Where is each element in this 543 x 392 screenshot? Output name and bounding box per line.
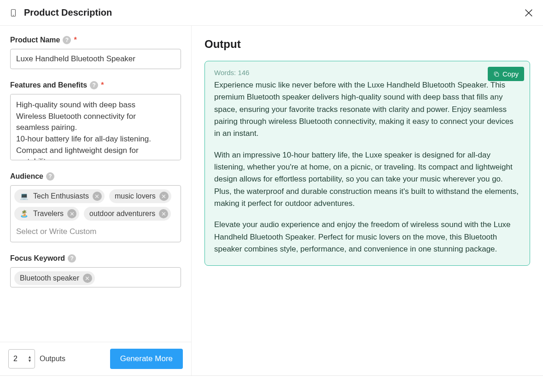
tag-emoji: 💻 bbox=[20, 192, 29, 200]
output-text: Experience music like never before with … bbox=[214, 79, 520, 255]
audience-tag: 🏝️ Travelers ✕ bbox=[14, 207, 79, 221]
remove-tag-icon[interactable]: ✕ bbox=[93, 192, 102, 201]
remove-tag-icon[interactable]: ✕ bbox=[83, 274, 92, 283]
product-description-modal: Product Description Product Name ? * Fea… bbox=[0, 0, 543, 376]
close-icon[interactable] bbox=[524, 8, 534, 18]
help-icon[interactable]: ? bbox=[63, 36, 71, 44]
product-name-input[interactable] bbox=[10, 49, 181, 69]
product-name-label-text: Product Name bbox=[10, 36, 60, 44]
audience-input-placeholder[interactable]: Select or Write Custom bbox=[14, 224, 177, 240]
spin-down-icon[interactable]: ▼ bbox=[28, 359, 32, 363]
features-textarea-wrap: High-quality sound with deep bass Wirele… bbox=[10, 94, 181, 160]
output-paragraph: Experience music like never before with … bbox=[214, 79, 520, 140]
focus-keyword-label-text: Focus Keyword bbox=[10, 254, 65, 263]
remove-tag-icon[interactable]: ✕ bbox=[159, 209, 168, 218]
field-features: Features and Benefits ? * High-quality s… bbox=[10, 81, 181, 160]
copy-icon bbox=[493, 71, 500, 77]
output-heading: Output bbox=[204, 38, 530, 51]
audience-tag: 💻 Tech Enthusiasts ✕ bbox=[14, 189, 105, 203]
required-marker: * bbox=[101, 81, 104, 89]
help-icon[interactable]: ? bbox=[68, 254, 76, 263]
tag-label: Tech Enthusiasts bbox=[33, 192, 89, 200]
outputs-count-value: 2 bbox=[13, 355, 18, 363]
svg-rect-4 bbox=[496, 73, 499, 76]
modal-body: Product Name ? * Features and Benefits ?… bbox=[0, 25, 543, 375]
field-audience: Audience ? 💻 Tech Enthusiasts ✕ music lo… bbox=[10, 172, 181, 242]
required-marker: * bbox=[74, 36, 76, 44]
outputs-count-input[interactable]: 2 ▲▼ bbox=[8, 349, 35, 369]
tag-label: outdoor adventurers bbox=[89, 210, 155, 218]
focus-keyword-tag: Bluetooth speaker ✕ bbox=[14, 271, 95, 285]
device-icon bbox=[9, 9, 18, 17]
audience-tag: music lovers ✕ bbox=[109, 189, 171, 203]
output-paragraph: With an impressive 10-hour battery life,… bbox=[214, 149, 520, 210]
help-icon[interactable]: ? bbox=[46, 172, 54, 181]
form-scroll[interactable]: Product Name ? * Features and Benefits ?… bbox=[0, 26, 191, 342]
audience-tag: outdoor adventurers ✕ bbox=[84, 207, 171, 221]
spinner-control[interactable]: ▲▼ bbox=[28, 355, 32, 363]
focus-keyword-tag-box[interactable]: Bluetooth speaker ✕ bbox=[10, 267, 181, 287]
left-panel: Product Name ? * Features and Benefits ?… bbox=[0, 26, 192, 375]
page-title: Product Description bbox=[24, 7, 112, 18]
tag-label: music lovers bbox=[115, 192, 156, 200]
copy-label: Copy bbox=[502, 70, 519, 78]
right-panel: Output Words: 146 Copy Experience music … bbox=[192, 26, 543, 375]
output-paragraph: Elevate your audio experience and enjoy … bbox=[214, 219, 520, 255]
features-label-text: Features and Benefits bbox=[10, 81, 87, 89]
audience-label: Audience ? bbox=[10, 172, 181, 181]
copy-button[interactable]: Copy bbox=[488, 67, 524, 81]
footer-left: 2 ▲▼ Outputs bbox=[8, 349, 65, 369]
remove-tag-icon[interactable]: ✕ bbox=[159, 192, 169, 201]
product-name-label: Product Name ? * bbox=[10, 36, 181, 44]
audience-label-text: Audience bbox=[10, 172, 43, 181]
output-card: Words: 146 Copy Experience music like ne… bbox=[204, 61, 530, 266]
features-label: Features and Benefits ? * bbox=[10, 81, 181, 89]
focus-keyword-label: Focus Keyword ? bbox=[10, 254, 181, 263]
field-focus-keyword: Focus Keyword ? Bluetooth speaker ✕ bbox=[10, 254, 181, 287]
features-textarea[interactable]: High-quality sound with deep bass Wirele… bbox=[11, 94, 181, 160]
generate-more-button[interactable]: Generate More bbox=[110, 349, 183, 369]
tag-emoji: 🏝️ bbox=[20, 210, 29, 218]
modal-header: Product Description bbox=[0, 0, 543, 25]
audience-tag-box[interactable]: 💻 Tech Enthusiasts ✕ music lovers ✕ 🏝️ T… bbox=[10, 185, 181, 242]
remove-tag-icon[interactable]: ✕ bbox=[67, 209, 76, 218]
help-icon[interactable]: ? bbox=[90, 81, 98, 89]
header-left: Product Description bbox=[9, 7, 112, 18]
left-footer: 2 ▲▼ Outputs Generate More bbox=[0, 342, 191, 375]
tag-label: Bluetooth speaker bbox=[20, 274, 79, 282]
word-count: Words: 146 bbox=[214, 69, 520, 76]
outputs-label: Outputs bbox=[40, 355, 65, 363]
field-product-name: Product Name ? * bbox=[10, 36, 181, 69]
tag-label: Travelers bbox=[33, 210, 64, 218]
